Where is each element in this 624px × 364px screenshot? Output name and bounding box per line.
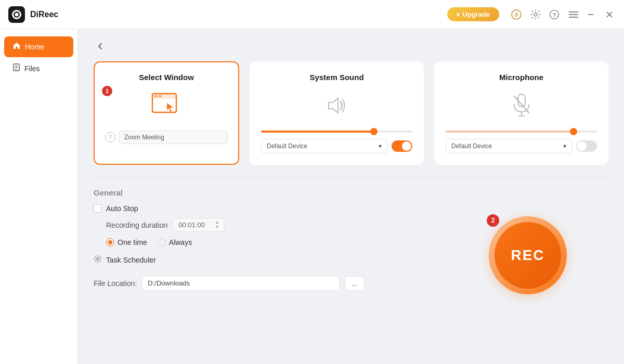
system-sound-title: System Sound xyxy=(261,73,412,82)
app-logo xyxy=(8,6,25,23)
app-name: DiReec xyxy=(30,10,442,19)
rec-outer-ring: 2 REC xyxy=(489,216,567,294)
cards-row: Select Window 1 ? xyxy=(94,61,608,165)
microphone-icon-area xyxy=(446,89,597,122)
rec-badge: 2 xyxy=(487,214,499,227)
radio-always-circle xyxy=(158,238,166,246)
radio-always-label: Always xyxy=(169,238,192,246)
help-icon[interactable]: ? xyxy=(549,9,560,20)
system-sound-device-row: Default Device ▾ xyxy=(261,139,412,153)
file-more-label: ... xyxy=(352,279,358,288)
rec-label: REC xyxy=(511,247,544,264)
home-icon xyxy=(12,42,21,52)
recording-duration-value: 00:01:00 xyxy=(178,221,205,229)
radio-always[interactable]: Always xyxy=(158,238,192,246)
rec-button-container: 2 REC xyxy=(489,216,567,294)
microphone-icon xyxy=(509,92,534,119)
svg-point-2 xyxy=(534,13,537,16)
microphone-device-label: Default Device xyxy=(451,142,492,150)
minimize-button[interactable] xyxy=(584,8,597,21)
microphone-dropdown-icon: ▾ xyxy=(563,142,566,150)
microphone-device[interactable]: Default Device ▾ xyxy=(446,139,572,153)
app-logo-inner xyxy=(12,10,21,19)
system-sound-thumb xyxy=(370,128,378,135)
window-input[interactable] xyxy=(119,131,228,144)
auto-stop-label: Auto Stop xyxy=(106,204,138,213)
sidebar-item-files[interactable]: Files xyxy=(4,58,73,79)
upgrade-label: Upgrade xyxy=(462,10,490,18)
crown-icon: ♦ xyxy=(457,10,460,18)
task-scheduler-label: Task Scheduler xyxy=(106,256,156,264)
select-window-title: Select Window xyxy=(105,73,228,82)
titlebar-icons: ð ? xyxy=(511,9,560,20)
system-sound-toggle-knob xyxy=(402,141,411,151)
speaker-icon xyxy=(323,93,350,118)
window-icon xyxy=(151,93,181,119)
duration-up-arrow[interactable]: ▲ xyxy=(215,220,219,225)
duration-arrows: ▲ ▼ xyxy=(215,220,219,229)
files-label: Files xyxy=(24,64,40,73)
svg-rect-17 xyxy=(154,95,158,97)
select-window-icon-area: 1 xyxy=(105,89,228,122)
radio-one-time[interactable]: One time xyxy=(106,238,147,246)
system-sound-card[interactable]: System Sound xyxy=(250,61,424,165)
sidebar: Home Files xyxy=(0,29,78,364)
section-divider xyxy=(94,177,608,178)
svg-text:?: ? xyxy=(553,12,556,18)
radio-one-time-label: One time xyxy=(118,238,147,246)
svg-point-23 xyxy=(97,258,99,261)
svg-text:ð: ð xyxy=(515,11,518,18)
main-layout: Home Files Select Wind xyxy=(0,29,624,364)
microphone-slider-row xyxy=(446,131,597,133)
recording-duration-input[interactable]: 00:01:00 ▲ ▼ xyxy=(173,218,225,232)
close-button[interactable] xyxy=(603,8,616,21)
system-sound-toggle[interactable] xyxy=(392,140,412,152)
window-controls xyxy=(569,8,616,21)
rec-button[interactable]: REC xyxy=(495,222,561,289)
file-location-input[interactable] xyxy=(142,276,340,291)
system-sound-fill xyxy=(261,131,374,133)
microphone-slider[interactable] xyxy=(446,131,597,133)
duration-down-arrow[interactable]: ▼ xyxy=(215,225,219,229)
content-area: Select Window 1 ? xyxy=(78,29,624,364)
titlebar: DiReec ♦ Upgrade ð ? xyxy=(0,0,624,29)
task-scheduler-gear-icon xyxy=(94,255,102,265)
back-button[interactable] xyxy=(94,40,107,53)
svg-rect-18 xyxy=(159,95,162,97)
sidebar-item-home[interactable]: Home xyxy=(4,36,73,57)
auto-stop-checkbox[interactable] xyxy=(94,204,102,213)
select-window-card[interactable]: Select Window 1 ? xyxy=(94,61,239,165)
radio-one-time-dot xyxy=(108,240,112,244)
home-label: Home xyxy=(25,43,44,51)
files-icon xyxy=(12,63,20,73)
system-sound-dropdown-icon: ▾ xyxy=(379,142,382,150)
system-sound-icon-area xyxy=(261,89,412,122)
radio-one-time-circle xyxy=(106,238,114,246)
microphone-device-row: Default Device ▾ xyxy=(446,139,597,153)
microphone-toggle-knob xyxy=(577,141,587,151)
system-sound-slider[interactable] xyxy=(261,131,412,133)
select-window-bottom: ? xyxy=(105,131,228,144)
file-location-label: File Location: xyxy=(94,279,137,288)
settings-icon[interactable] xyxy=(530,9,541,20)
menu-icon[interactable] xyxy=(569,11,578,18)
recording-duration-label: Recording duration xyxy=(106,221,167,229)
system-sound-device-label: Default Device xyxy=(267,142,307,150)
general-section-title: General xyxy=(94,188,608,197)
file-more-button[interactable]: ... xyxy=(345,276,365,291)
general-section: General Auto Stop Recording duration 00:… xyxy=(94,188,608,291)
upgrade-button[interactable]: ♦ Upgrade xyxy=(447,7,499,21)
help-circle-icon[interactable]: ? xyxy=(105,132,115,142)
token-icon[interactable]: ð xyxy=(511,9,522,20)
select-window-badge: 1 xyxy=(102,86,112,96)
microphone-title: Microphone xyxy=(446,73,597,82)
microphone-toggle[interactable] xyxy=(576,140,597,152)
microphone-fill xyxy=(446,131,574,133)
microphone-card[interactable]: Microphone xyxy=(434,61,608,165)
microphone-thumb xyxy=(570,128,577,135)
auto-stop-row: Auto Stop xyxy=(94,204,608,213)
system-sound-device[interactable]: Default Device ▾ xyxy=(261,139,387,153)
system-sound-slider-row xyxy=(261,131,412,133)
